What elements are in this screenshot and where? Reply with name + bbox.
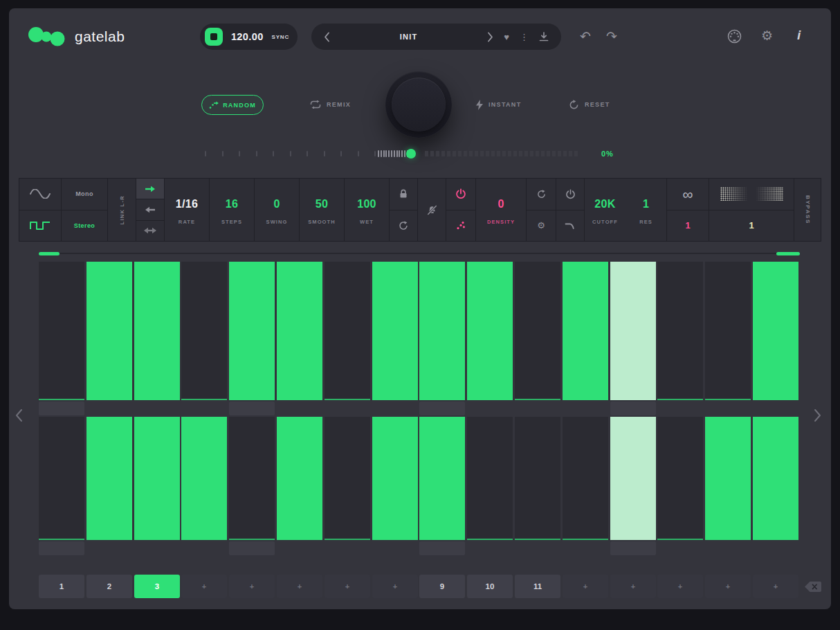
loop-length-value[interactable]: 1 — [667, 210, 709, 242]
step-2-5[interactable] — [229, 417, 275, 540]
step-1-7[interactable] — [325, 262, 370, 400]
noise-pattern-b-icon[interactable] — [754, 187, 783, 201]
range-start-handle[interactable] — [39, 252, 60, 255]
wave-square-button[interactable] — [19, 210, 61, 242]
direction-backward-button[interactable] — [136, 199, 164, 219]
step-1-12[interactable] — [563, 262, 608, 400]
step-2-7[interactable] — [325, 417, 370, 540]
cell-density[interactable]: 0 DENSITY — [476, 179, 526, 241]
step-2-12[interactable] — [563, 417, 608, 540]
pattern-slot-11[interactable]: 11 — [515, 575, 560, 598]
save-preset-button[interactable] — [539, 32, 549, 42]
pattern-add-slot-8[interactable]: + — [372, 575, 418, 598]
filter-power-button[interactable] — [556, 179, 584, 210]
redo-button[interactable]: ↷ — [606, 30, 617, 43]
bypass-button[interactable]: BYPASS — [794, 179, 821, 241]
pattern-delete-button[interactable] — [804, 581, 822, 595]
random-button[interactable]: RANDOM — [201, 95, 264, 115]
step-1-11[interactable] — [515, 262, 560, 400]
sync-toggle[interactable]: SYNC — [272, 34, 289, 40]
step-2-13[interactable] — [610, 417, 656, 540]
cell-retrigger[interactable] — [418, 179, 446, 241]
direction-pingpong-button[interactable] — [136, 220, 164, 241]
noise-value[interactable]: 1 — [709, 210, 794, 242]
pattern-slot-9[interactable]: 9 — [419, 575, 465, 598]
cell-smooth[interactable]: 50 SMOOTH — [300, 179, 344, 241]
favorite-button[interactable]: ♥ — [504, 33, 509, 42]
range-end-handle[interactable] — [776, 252, 800, 255]
random-amount-slider[interactable] — [205, 147, 584, 160]
step-1-6[interactable] — [277, 262, 322, 400]
resonance-control[interactable]: 1 RES — [626, 179, 666, 241]
step-1-10[interactable] — [467, 262, 513, 400]
remix-button[interactable]: REMIX — [310, 99, 351, 110]
settings-button[interactable]: ⚙ — [761, 29, 773, 42]
noise-pattern-a-icon[interactable] — [720, 187, 749, 201]
pattern-add-slot-4[interactable]: + — [181, 575, 227, 598]
step-1-16[interactable] — [753, 262, 798, 400]
reset-button[interactable]: RESET — [569, 99, 610, 110]
step-1-2[interactable] — [86, 262, 132, 400]
step-2-2[interactable] — [86, 417, 132, 540]
cell-rate[interactable]: 1/16 RATE — [165, 179, 209, 241]
step-1-9[interactable] — [419, 262, 465, 400]
filter-randomize-button[interactable] — [527, 179, 556, 210]
pattern-slot-3[interactable]: 3 — [134, 575, 180, 598]
direction-forward-button[interactable] — [136, 179, 164, 199]
randomize-knob[interactable] — [385, 71, 452, 138]
step-1-4[interactable] — [181, 262, 227, 400]
preset-menu-button[interactable]: ⋮ — [520, 33, 529, 42]
filter-slope-button[interactable] — [556, 210, 584, 242]
instant-button[interactable]: INSTANT — [476, 99, 521, 110]
pattern-slot-2[interactable]: 2 — [86, 575, 132, 598]
cell-steps[interactable]: 16 STEPS — [210, 179, 254, 241]
page-left-button[interactable] — [15, 408, 23, 424]
step-1-3[interactable] — [134, 262, 180, 400]
cell-swing[interactable]: 0 SWING — [255, 179, 299, 241]
pattern-add-slot-6[interactable]: + — [277, 575, 322, 598]
step-1-1[interactable] — [39, 262, 84, 400]
random-amount-handle[interactable] — [406, 149, 416, 159]
step-2-6[interactable] — [277, 417, 322, 540]
pattern-add-slot-5[interactable]: + — [229, 575, 275, 598]
undo-button[interactable]: ↶ — [580, 30, 591, 43]
step-2-14[interactable] — [657, 417, 703, 540]
pattern-add-slot-13[interactable]: + — [610, 575, 656, 598]
step-2-1[interactable] — [39, 417, 84, 540]
page-right-button[interactable] — [814, 408, 821, 424]
mono-button[interactable]: Mono — [62, 179, 107, 210]
cell-wet[interactable]: 100 WET — [345, 179, 389, 241]
pattern-add-slot-14[interactable]: + — [657, 575, 703, 598]
step-2-9[interactable] — [419, 417, 465, 540]
loop-range-track[interactable] — [39, 253, 800, 254]
infinity-button[interactable]: ∞ — [667, 179, 709, 210]
filter-settings-button[interactable]: ⚙ — [527, 210, 556, 242]
pattern-add-slot-12[interactable]: + — [563, 575, 608, 598]
step-2-11[interactable] — [515, 417, 560, 540]
midi-settings-button[interactable] — [727, 28, 742, 46]
step-2-4[interactable] — [181, 417, 227, 540]
density-power-button[interactable] — [446, 179, 475, 210]
step-1-14[interactable] — [657, 262, 703, 400]
bpm-display[interactable]: 120.00 — [228, 31, 266, 42]
preset-next-button[interactable] — [487, 32, 493, 42]
stereo-button[interactable]: Stereo — [62, 210, 107, 242]
lock-button[interactable] — [390, 179, 417, 210]
relatch-button[interactable] — [390, 210, 417, 242]
density-scatter-button[interactable] — [446, 210, 475, 242]
pattern-slot-10[interactable]: 10 — [467, 575, 513, 598]
pattern-add-slot-16[interactable]: + — [753, 575, 798, 598]
play-stop-button[interactable] — [205, 28, 223, 46]
step-2-15[interactable] — [705, 417, 751, 540]
cutoff-control[interactable]: 20K CUTOFF — [585, 179, 626, 241]
step-1-5[interactable] — [229, 262, 275, 400]
pattern-slot-1[interactable]: 1 — [39, 575, 84, 598]
cell-link[interactable]: LINK L-R — [108, 179, 136, 241]
pattern-add-slot-7[interactable]: + — [325, 575, 370, 598]
preset-prev-button[interactable] — [324, 32, 330, 42]
step-2-8[interactable] — [372, 417, 418, 540]
step-1-8[interactable] — [372, 262, 418, 400]
preset-name[interactable]: INIT — [340, 33, 477, 41]
step-2-3[interactable] — [134, 417, 180, 540]
info-button[interactable]: i — [797, 28, 801, 42]
